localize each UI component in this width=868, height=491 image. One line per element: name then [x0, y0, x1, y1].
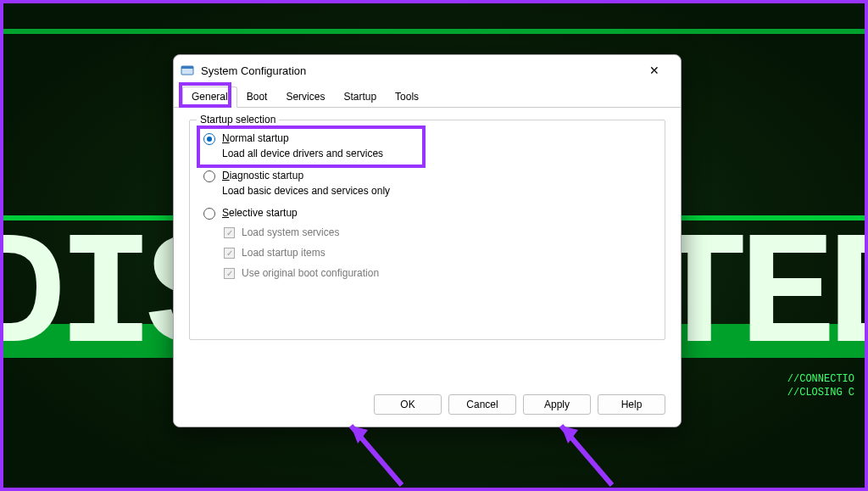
system-configuration-dialog: System Configuration ✕ General Boot Serv… — [173, 54, 682, 427]
cancel-button[interactable]: Cancel — [448, 394, 516, 415]
general-panel: Startup selection Normal startup Load al… — [174, 108, 681, 386]
option-diagnostic-startup[interactable]: Diagnostic startup Load basic devices an… — [203, 170, 651, 197]
startup-selection-group: Startup selection Normal startup Load al… — [189, 120, 665, 340]
option-normal-startup[interactable]: Normal startup Load all device drivers a… — [203, 132, 651, 159]
normal-sub: Load all device drivers and services — [222, 148, 383, 159]
titlebar[interactable]: System Configuration ✕ — [174, 55, 681, 86]
tab-services[interactable]: Services — [276, 86, 334, 108]
checkbox-icon: ✓ — [224, 227, 235, 238]
dialog-title: System Configuration — [201, 64, 635, 77]
normal-label: Normal startup — [222, 132, 383, 144]
tab-boot[interactable]: Boot — [237, 86, 277, 108]
checkbox-icon: ✓ — [224, 268, 235, 279]
radio-diagnostic[interactable] — [203, 170, 215, 182]
check-use-original: ✓ Use original boot configuration — [224, 267, 651, 279]
help-button[interactable]: Help — [598, 394, 665, 415]
diagnostic-sub: Load basic devices and services only — [222, 185, 390, 197]
close-button[interactable]: ✕ — [635, 58, 674, 83]
check-load-system-label: Load system services — [242, 226, 339, 238]
close-icon: ✕ — [649, 64, 659, 77]
check-load-startup: ✓ Load startup items — [224, 247, 651, 259]
check-load-system: ✓ Load system services — [224, 226, 651, 238]
diagnostic-label: Diagnostic startup — [222, 170, 390, 181]
check-load-startup-label: Load startup items — [242, 247, 326, 259]
option-selective-startup[interactable]: Selective startup — [203, 207, 651, 220]
apply-button[interactable]: Apply — [523, 394, 591, 415]
checkbox-icon: ✓ — [224, 248, 235, 259]
tab-general[interactable]: General — [182, 86, 237, 108]
tab-startup[interactable]: Startup — [334, 86, 386, 108]
selective-label: Selective startup — [222, 207, 298, 219]
bg-big-text-right: TED — [651, 207, 868, 389]
bg-small-text: //CONNECTIO //CLOSING C — [787, 373, 854, 399]
group-legend: Startup selection — [197, 114, 279, 126]
tab-strip: General Boot Services Startup Tools — [174, 86, 681, 108]
radio-normal[interactable] — [203, 133, 215, 145]
tab-tools[interactable]: Tools — [386, 86, 428, 108]
check-use-original-label: Use original boot configuration — [242, 267, 379, 279]
ok-button[interactable]: OK — [374, 394, 442, 415]
svg-rect-1 — [181, 66, 193, 69]
radio-selective[interactable] — [203, 208, 215, 220]
selective-suboptions: ✓ Load system services ✓ Load startup it… — [224, 226, 651, 279]
msconfig-icon — [181, 64, 194, 77]
dialog-buttons: OK Cancel Apply Help — [174, 386, 681, 427]
